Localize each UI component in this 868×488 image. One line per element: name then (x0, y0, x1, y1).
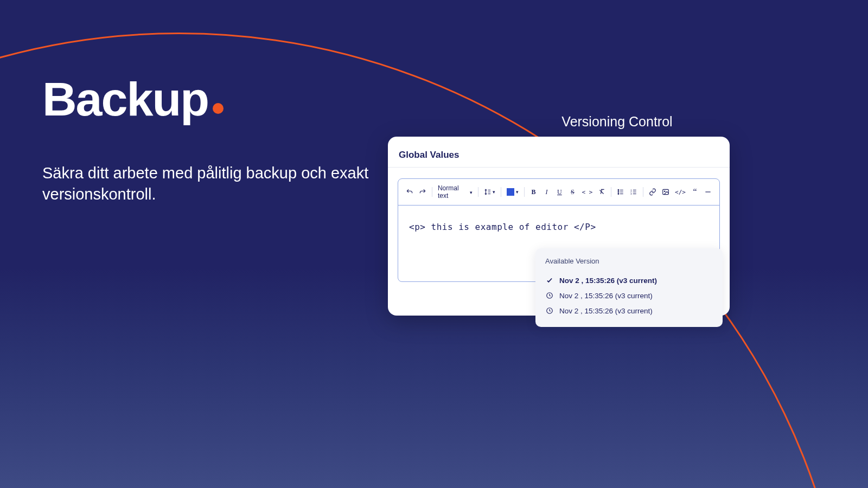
blockquote-icon[interactable]: “ (691, 188, 699, 196)
link-icon[interactable] (649, 188, 656, 196)
color-swatch-icon (507, 188, 514, 196)
hero-subtitle: Säkra ditt arbete med pålitlig backup oc… (42, 163, 390, 205)
underline-button[interactable]: U (556, 188, 563, 196)
redo-icon[interactable] (419, 188, 426, 196)
chevron-down-icon: ▾ (493, 189, 495, 195)
check-icon (545, 276, 554, 285)
toolbar-separator (432, 187, 432, 197)
svg-point-7 (664, 191, 665, 192)
version-item-label: Nov 2 , 15:35:26 (v3 current) (559, 307, 653, 315)
bullet-list-icon[interactable] (617, 188, 624, 196)
version-item[interactable]: Nov 2 , 15:35:26 (v3 current) (545, 303, 713, 318)
horizontal-rule-icon[interactable] (704, 188, 712, 196)
svg-point-0 (618, 190, 619, 191)
toolbar-separator (611, 187, 611, 197)
chevron-down-icon: ▾ (516, 189, 519, 195)
text-style-dropdown[interactable]: Normal text ▾ (438, 184, 473, 200)
hero-title-text: Backup (42, 72, 208, 127)
strikethrough-button[interactable]: S (569, 188, 576, 196)
code-block-icon[interactable]: </> (675, 188, 686, 196)
code-button[interactable]: < > (582, 188, 592, 196)
card-title: Global Values (398, 149, 720, 167)
accent-dot-icon (213, 103, 224, 114)
clear-format-icon[interactable] (598, 188, 605, 196)
version-item-label: Nov 2 , 15:35:26 (v3 current) (559, 277, 657, 285)
toolbar-separator (501, 187, 501, 197)
editor-card: Global Values Normal text ▾ ▾ (388, 137, 730, 316)
svg-point-1 (618, 191, 619, 192)
panel-title: Versioning Control (505, 114, 730, 130)
version-item-label: Nov 2 , 15:35:26 (v3 current) (559, 292, 653, 300)
numbered-list-icon[interactable]: 123 (630, 188, 637, 196)
chevron-down-icon: ▾ (470, 190, 473, 195)
line-height-icon[interactable]: ▾ (484, 188, 495, 196)
clock-icon (545, 291, 554, 300)
bold-button[interactable]: B (529, 188, 537, 196)
image-icon[interactable] (662, 188, 669, 196)
editor: Normal text ▾ ▾ ▾ B I U S < > (398, 178, 720, 282)
version-item[interactable]: Nov 2 , 15:35:26 (v3 current) (545, 288, 713, 303)
editor-toolbar: Normal text ▾ ▾ ▾ B I U S < > (398, 179, 719, 206)
text-style-label: Normal text (438, 184, 468, 200)
svg-text:3: 3 (630, 192, 632, 195)
italic-button[interactable]: I (542, 188, 550, 196)
hero-title: Backup (42, 72, 224, 127)
hero: Backup (42, 72, 224, 127)
editor-content: <p> this is example of editor </P> (409, 222, 596, 232)
text-color-picker[interactable]: ▾ (507, 188, 519, 196)
version-popover-header: Available Version (545, 257, 713, 265)
version-popover: Available Version Nov 2 , 15:35:26 (v3 c… (535, 248, 723, 327)
toolbar-separator (643, 187, 643, 197)
version-item[interactable]: Nov 2 , 15:35:26 (v3 current) (545, 273, 713, 288)
divider (388, 167, 730, 168)
clock-icon (545, 306, 554, 315)
toolbar-separator (524, 187, 525, 197)
undo-icon[interactable] (406, 188, 413, 196)
svg-point-2 (618, 194, 619, 195)
toolbar-separator (478, 187, 478, 197)
